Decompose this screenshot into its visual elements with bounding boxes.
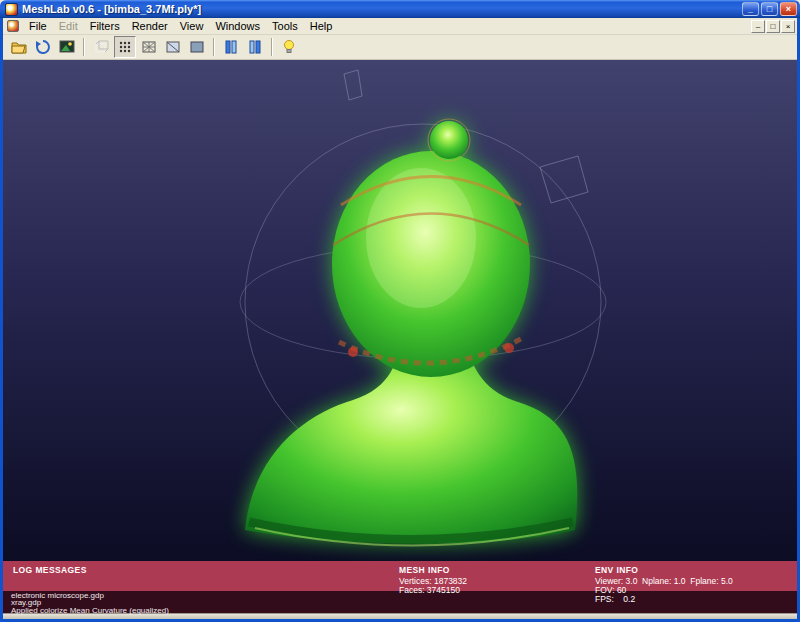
menu-view[interactable]: View [174, 19, 210, 33]
close-button[interactable]: × [780, 2, 797, 16]
flat-button[interactable] [186, 36, 208, 58]
maximize-button[interactable]: □ [761, 2, 778, 16]
mesh-info-header: MESH INFO [399, 565, 467, 575]
3d-viewport[interactable] [3, 60, 797, 561]
menu-filters[interactable]: Filters [84, 19, 126, 33]
menu-help[interactable]: Help [304, 19, 339, 33]
toolbar-separator [83, 38, 85, 56]
menu-bar: File Edit Filters Render View Windows To… [3, 18, 797, 35]
bust-hair-bun [430, 121, 468, 159]
points-button[interactable] [114, 36, 136, 58]
menu-tools[interactable]: Tools [266, 19, 304, 33]
meshlab-window: MeshLab v0.6 - [bimba_3.7Mf.ply*] _ □ × … [0, 0, 800, 622]
title-bar[interactable]: MeshLab v0.6 - [bimba_3.7Mf.ply*] _ □ × [0, 0, 800, 18]
mesh-scene [3, 60, 797, 561]
toolbar-separator [213, 38, 215, 56]
open-icon [11, 39, 27, 55]
reload-icon [35, 39, 51, 55]
doubleside-button[interactable] [244, 36, 266, 58]
env-info-header: ENV INFO [595, 565, 733, 575]
wireframe-icon [141, 39, 157, 55]
menu-render[interactable]: Render [126, 19, 174, 33]
toolbar-separator [271, 38, 273, 56]
backface-icon [223, 39, 239, 55]
log-line: Applied colorize Mean Curvature (equaliz… [11, 607, 797, 614]
bbox-icon [93, 39, 109, 55]
menu-file[interactable]: File [23, 19, 53, 33]
hiddenline-icon [165, 39, 181, 55]
points-icon [117, 39, 133, 55]
window-frame: File Edit Filters Render View Windows To… [0, 18, 800, 622]
log-messages-header: LOG MESSAGES [13, 565, 87, 575]
mesh-info-block: MESH INFO Vertices: 1873832 Faces: 37451… [399, 565, 467, 595]
document-icon [7, 20, 19, 32]
doubleside-icon [247, 39, 263, 55]
hiddenline-button[interactable] [162, 36, 184, 58]
light-icon [281, 39, 297, 55]
status-bar: LOG MESSAGES MESH INFO Vertices: 1873832… [3, 561, 797, 591]
wireframe-button[interactable] [138, 36, 160, 58]
snapshot-icon [59, 39, 75, 55]
mdi-minimize-button[interactable]: – [751, 20, 765, 33]
mdi-restore-button[interactable]: □ [766, 20, 780, 33]
light-button[interactable] [278, 36, 300, 58]
bbox-button[interactable] [90, 36, 112, 58]
meshlab-app-icon [5, 3, 18, 16]
backface-button[interactable] [220, 36, 242, 58]
faces-count: Faces: 3745150 [399, 586, 467, 595]
toolbar [3, 35, 797, 60]
reload-button[interactable] [32, 36, 54, 58]
menu-edit[interactable]: Edit [53, 19, 84, 33]
log-messages-header-block: LOG MESSAGES [13, 565, 87, 577]
minimize-button[interactable]: _ [742, 2, 759, 16]
env-info-block: ENV INFO Viewer: 3.0 Nplane: 1.0 Fplane:… [595, 565, 733, 604]
flat-icon [189, 39, 205, 55]
window-title: MeshLab v0.6 - [bimba_3.7Mf.ply*] [22, 3, 742, 15]
mdi-close-button[interactable]: × [781, 20, 795, 33]
snapshot-button[interactable] [56, 36, 78, 58]
fps-value: FPS: 0.2 [595, 595, 733, 604]
menu-windows[interactable]: Windows [209, 19, 266, 33]
open-button[interactable] [8, 36, 30, 58]
